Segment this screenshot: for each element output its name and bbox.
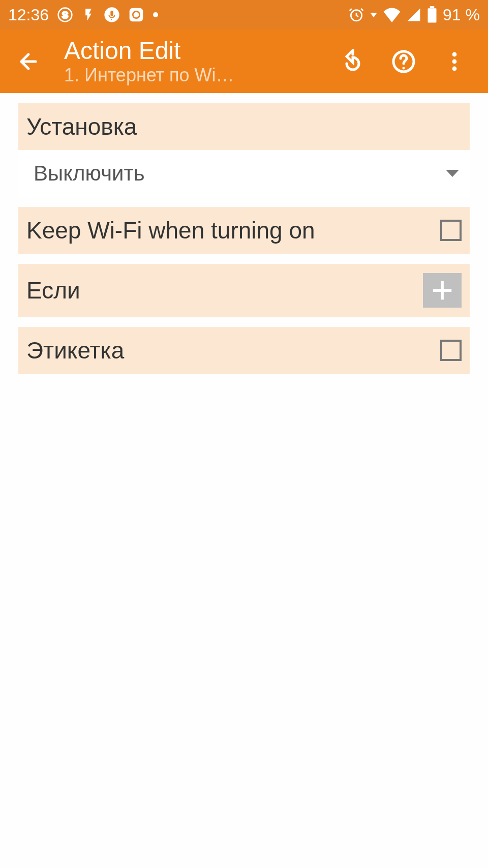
if-title: Если (26, 277, 80, 304)
undo-button[interactable] (327, 36, 378, 87)
bolt-icon (81, 8, 96, 22)
svg-rect-3 (130, 8, 143, 22)
svg-point-10 (452, 52, 457, 56)
back-button[interactable] (8, 41, 49, 82)
page-subtitle: 1. Интернет по Wi… (64, 65, 257, 86)
help-icon (391, 49, 416, 74)
svg-text:S: S (62, 10, 68, 20)
section-setup-header: Установка (18, 103, 470, 150)
plus-icon (431, 279, 454, 302)
status-bar: 12:36 S 91 % (0, 0, 488, 29)
content-area: Установка Выключить Keep Wi-Fi when turn… (0, 103, 488, 374)
setup-dropdown[interactable]: Выключить (18, 150, 470, 197)
signal-icon (406, 7, 421, 22)
dot-icon (152, 12, 159, 18)
app-icon (128, 7, 144, 23)
keep-wifi-row[interactable]: Keep Wi-Fi when turning on (18, 207, 470, 254)
label-title: Этикетка (26, 337, 124, 364)
skype-icon: S (57, 7, 73, 23)
more-vert-icon (442, 49, 467, 74)
status-left: 12:36 S (8, 6, 159, 24)
wifi-icon (383, 7, 401, 23)
keep-wifi-checkbox[interactable] (440, 220, 462, 241)
mic-icon (104, 7, 120, 23)
status-time: 12:36 (8, 6, 49, 24)
triangle-down-icon (370, 11, 378, 19)
overflow-menu-button[interactable] (429, 36, 480, 87)
alarm-icon (348, 7, 364, 23)
label-row[interactable]: Этикетка (18, 327, 470, 374)
help-button[interactable] (378, 36, 429, 87)
svg-point-11 (452, 59, 457, 64)
setup-dropdown-value: Выключить (34, 161, 145, 186)
section-setup-title: Установка (26, 113, 137, 140)
battery-percent: 91 % (443, 6, 480, 24)
keep-wifi-title: Keep Wi-Fi when turning on (26, 217, 315, 244)
undo-ic (341, 49, 365, 74)
app-bar: Action Edit 1. Интернет по Wi… (0, 29, 488, 93)
section-setup: Установка Выключить (18, 103, 470, 197)
status-right: 91 % (348, 6, 480, 24)
svg-rect-7 (428, 8, 437, 22)
add-condition-button[interactable] (423, 273, 462, 308)
svg-point-5 (153, 12, 158, 17)
if-header: Если (18, 264, 470, 317)
section-if: Если (18, 264, 470, 317)
label-checkbox[interactable] (440, 340, 462, 361)
title-section: Action Edit 1. Интернет по Wi… (64, 37, 327, 86)
chevron-down-icon (445, 168, 460, 178)
arrow-left-icon (16, 49, 41, 74)
section-label: Этикетка (18, 327, 470, 374)
page-title: Action Edit (64, 37, 327, 65)
svg-point-12 (452, 66, 457, 71)
section-keep-wifi: Keep Wi-Fi when turning on (18, 207, 470, 254)
battery-icon (426, 6, 438, 23)
svg-rect-8 (430, 6, 435, 8)
